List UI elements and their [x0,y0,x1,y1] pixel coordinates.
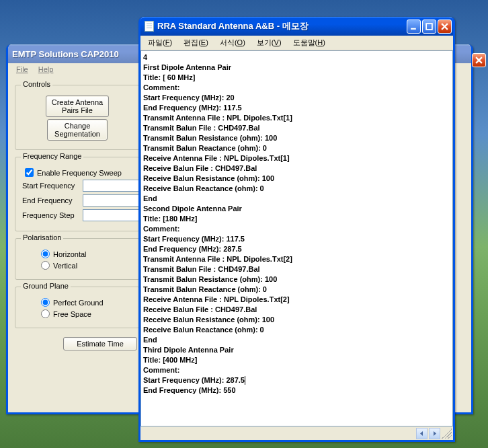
start-freq-label: Start Frequency [22,182,83,190]
ground-plane-group: Ground Plane Perfect Ground Free Space [15,287,140,328]
freq-step-label: Frequency Step [22,211,83,219]
close-icon [441,23,448,30]
controls-legend: Controls [21,80,52,88]
perfect-ground-label: Perfect Ground [53,299,104,307]
enable-sweep-label: Enable Frequency Sweep [37,169,122,177]
polarisation-vertical-radio[interactable] [41,261,50,270]
change-segmentation-button[interactable]: Change Segmentation [47,119,108,141]
notepad-content: 4 First Dipole Antenna Pair Title: [ 60 … [143,53,292,384]
perfect-ground-radio[interactable] [41,298,50,307]
enable-sweep-checkbox[interactable] [25,168,34,177]
notepad-window: RRA Standard Antenna A&B - 메모장 파일(F) 편집(… [138,17,455,442]
notepad-menubar: 파일(F) 편집(E) 서식(O) 보기(V) 도움말(H) [140,36,453,50]
chevron-left-icon [419,431,424,436]
document-icon [145,21,154,32]
close-icon [475,57,483,64]
estimate-time-button[interactable]: Estimate Time [63,337,137,350]
polarisation-group: Polarisation Horizontal Vertical [15,238,140,280]
frequency-range-group: Frequency Range Enable Frequency Sweep S… [15,157,140,231]
maximize-icon [425,23,433,30]
menu-help[interactable]: 도움말(H) [288,37,330,48]
polarisation-horizontal-label: Horizontal [53,250,87,258]
polarisation-vertical-label: Vertical [53,262,77,270]
scroll-left-button[interactable] [416,428,428,439]
menu-help[interactable]: Help [34,64,58,75]
text-caret [245,376,245,385]
frequency-range-legend: Frequency Range [21,152,83,160]
ground-plane-legend: Ground Plane [21,282,71,290]
notepad-titlebar[interactable]: RRA Standard Antenna A&B - 메모장 [140,17,453,36]
notepad-text-area[interactable]: 4 First Dipole Antenna Pair Title: [ 60 … [140,50,453,426]
notepad-content-tail: End Frequency (MHz): 550 [143,386,236,394]
chevron-right-icon [432,431,437,436]
free-space-label: Free Space [53,310,91,318]
menu-file[interactable]: 파일(F) [143,37,177,48]
menu-view[interactable]: 보기(V) [252,37,286,48]
menu-format[interactable]: 서식(O) [215,37,250,48]
background-close-button[interactable] [472,53,486,67]
svg-rect-0 [426,24,432,30]
free-space-radio[interactable] [41,309,50,318]
minimize-button[interactable] [407,20,421,34]
create-antenna-pairs-button[interactable]: Create Antenna Pairs File [46,96,109,117]
resize-grip[interactable] [442,428,452,439]
polarisation-legend: Polarisation [21,233,63,241]
notepad-title: RRA Standard Antenna A&B - 메모장 [157,20,407,32]
scroll-right-button[interactable] [429,428,440,439]
close-button[interactable] [438,20,452,34]
menu-edit[interactable]: 편집(E) [179,37,213,48]
minimize-icon [410,23,417,30]
controls-group: Controls Create Antenna Pairs File Chang… [15,85,140,150]
end-freq-label: End Frequency [22,196,83,204]
maximize-button[interactable] [422,20,436,34]
polarisation-horizontal-radio[interactable] [41,250,50,258]
horizontal-scrollbar [140,426,453,440]
menu-file[interactable]: File [12,64,32,75]
